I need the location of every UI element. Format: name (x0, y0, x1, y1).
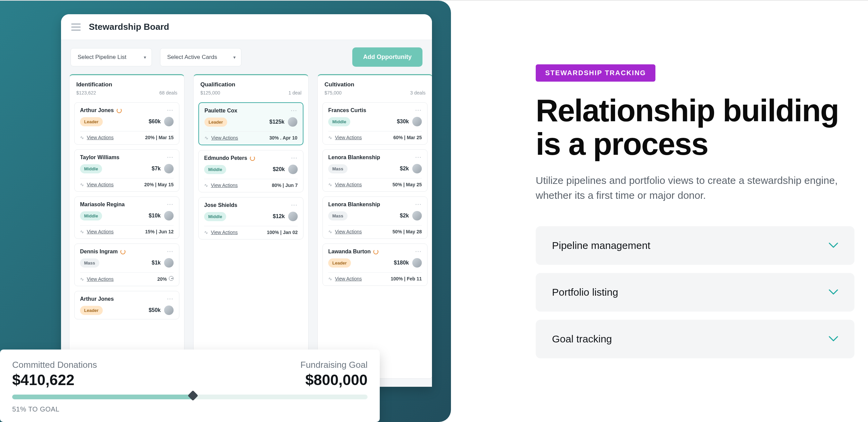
card-progress: 100% | Feb 11 (391, 276, 422, 281)
pipeline-select[interactable]: Select Pipeline List ▾ (71, 48, 152, 66)
segment-tag: Leader (80, 306, 103, 315)
accordion-item[interactable]: Portfolio listing (536, 273, 854, 312)
activity-icon: ∿ (80, 135, 84, 140)
goal-label: Fundraising Goal (300, 360, 368, 370)
opportunity-card[interactable]: Lawanda Burton ··· Leader $180k ∿ View A… (322, 244, 428, 286)
avatar (412, 117, 422, 126)
view-actions-link[interactable]: View Actions (87, 276, 114, 282)
progress-bar[interactable] (12, 395, 368, 399)
accordion-item[interactable]: Pipeline management (536, 226, 854, 265)
status-ring-icon (250, 156, 255, 161)
card-menu-icon[interactable]: ··· (167, 154, 174, 161)
activity-icon: ∿ (328, 182, 332, 187)
view-actions-link[interactable]: View Actions (87, 135, 114, 140)
accordion-label: Portfolio listing (552, 287, 618, 298)
active-cards-select-label: Select Active Cards (167, 54, 217, 60)
segment-tag: Middle (80, 211, 102, 220)
activity-icon: ∿ (80, 182, 84, 187)
app-window: Stewardship Board Select Pipeline List ▾… (61, 14, 432, 387)
chevron-down-icon (829, 334, 838, 344)
opportunity-card[interactable]: Taylor Williams ··· Middle $7k ∿ View Ac… (74, 149, 179, 192)
column-title: Cultivation (324, 81, 426, 88)
segment-tag: Mass (80, 258, 99, 268)
view-actions-link[interactable]: View Actions (335, 182, 362, 187)
avatar (164, 117, 174, 126)
opportunity-card[interactable]: Jose Shields ··· Middle $12k ∿ View Acti… (198, 197, 303, 239)
active-cards-select[interactable]: Select Active Cards ▾ (160, 48, 241, 66)
opportunity-card[interactable]: Dennis Ingram ··· Mass $1k ∿ View Action… (74, 244, 179, 286)
column-deals: 68 deals (159, 90, 177, 96)
card-progress: 20% | Mar 15 (145, 135, 174, 140)
kanban-column: Cultivation $75,000 3 deals Frances Curt… (317, 74, 432, 379)
opportunity-card[interactable]: Edmundo Peters ··· Middle $20k ∿ View Ac… (198, 150, 303, 192)
column-amount: $123,622 (76, 90, 96, 96)
card-progress: 50% | May 25 (393, 182, 422, 187)
chevron-down-icon: ▾ (233, 55, 236, 60)
goal-value: $800,000 (300, 372, 368, 388)
column-deals: 1 deal (289, 90, 301, 96)
avatar (164, 164, 174, 173)
chevron-down-icon: ▾ (144, 55, 146, 60)
avatar (164, 305, 174, 315)
view-actions-link[interactable]: View Actions (211, 135, 238, 141)
card-menu-icon[interactable]: ··· (415, 154, 422, 161)
view-actions-link[interactable]: View Actions (211, 183, 238, 188)
chevron-down-icon (829, 287, 838, 298)
accordion-label: Pipeline management (552, 240, 650, 251)
app-header: Stewardship Board (61, 14, 432, 40)
segment-tag: Mass (328, 164, 348, 173)
card-menu-icon[interactable]: ··· (291, 202, 298, 208)
card-menu-icon[interactable]: ··· (167, 107, 174, 113)
card-progress: 15% | Jun 12 (145, 229, 174, 234)
opportunity-card[interactable]: Paulette Cox ··· Leader $125k ∿ View Act… (198, 102, 303, 145)
segment-tag: Leader (204, 118, 227, 127)
card-menu-icon[interactable]: ··· (291, 155, 298, 161)
card-amount: $1k (152, 260, 161, 266)
progress-card: Committed Donations $410,622 Fundraising… (0, 350, 380, 422)
card-amount: $2k (400, 166, 409, 172)
card-menu-icon[interactable]: ··· (415, 202, 422, 208)
opportunity-card[interactable]: Mariasole Regina ··· Middle $10k ∿ View … (74, 196, 179, 239)
opportunity-card[interactable]: Frances Curtis ··· Middle $30k ∿ View Ac… (322, 102, 428, 145)
segment-tag: Middle (204, 212, 226, 221)
committed-label: Committed Donations (12, 360, 97, 370)
accordion: Pipeline management Portfolio listing Go… (536, 226, 854, 358)
status-ring-icon (120, 249, 125, 254)
accordion-item[interactable]: Goal tracking (536, 320, 854, 358)
view-actions-link[interactable]: View Actions (87, 182, 114, 187)
card-amount: $7k (152, 166, 161, 172)
pipeline-select-label: Select Pipeline List (78, 54, 126, 60)
avatar (412, 258, 422, 268)
card-amount: $30k (397, 119, 409, 125)
card-menu-icon[interactable]: ··· (291, 108, 297, 114)
opportunity-card[interactable]: Lenora Blankenship ··· Mass $2k ∿ View A… (322, 149, 428, 192)
card-menu-icon[interactable]: ··· (415, 107, 422, 113)
view-actions-link[interactable]: View Actions (335, 229, 362, 234)
activity-icon: ∿ (204, 183, 208, 188)
card-menu-icon[interactable]: ··· (415, 249, 422, 255)
card-amount: $60k (149, 119, 161, 125)
avatar (288, 117, 297, 127)
opportunity-card[interactable]: Arthur Jones ··· Leader $50k (74, 291, 179, 319)
view-actions-link[interactable]: View Actions (335, 276, 362, 281)
segment-tag: Middle (328, 117, 350, 126)
card-menu-icon[interactable]: ··· (167, 202, 174, 208)
card-progress: 20% (157, 276, 174, 282)
card-menu-icon[interactable]: ··· (167, 249, 174, 255)
card-progress: 100% | Jan 02 (267, 230, 298, 235)
view-actions-link[interactable]: View Actions (211, 230, 238, 235)
activity-icon: ∿ (80, 229, 84, 234)
card-name: Arthur Jones (80, 107, 114, 113)
view-actions-link[interactable]: View Actions (87, 229, 114, 234)
view-actions-link[interactable]: View Actions (335, 135, 362, 140)
activity-icon: ∿ (80, 276, 84, 282)
opportunity-card[interactable]: Arthur Jones ··· Leader $60k ∿ View Acti… (74, 102, 179, 145)
card-menu-icon[interactable]: ··· (167, 296, 174, 302)
card-amount: $50k (149, 307, 161, 313)
opportunity-card[interactable]: Lenora Blankenship ··· Mass $2k ∿ View A… (322, 196, 428, 239)
category-pill: STEWARDSHIP TRACKING (536, 64, 655, 82)
add-opportunity-button[interactable]: Add Opportunity (352, 47, 422, 67)
menu-icon[interactable] (71, 23, 81, 31)
avatar (412, 164, 422, 173)
card-amount: $12k (273, 213, 285, 219)
